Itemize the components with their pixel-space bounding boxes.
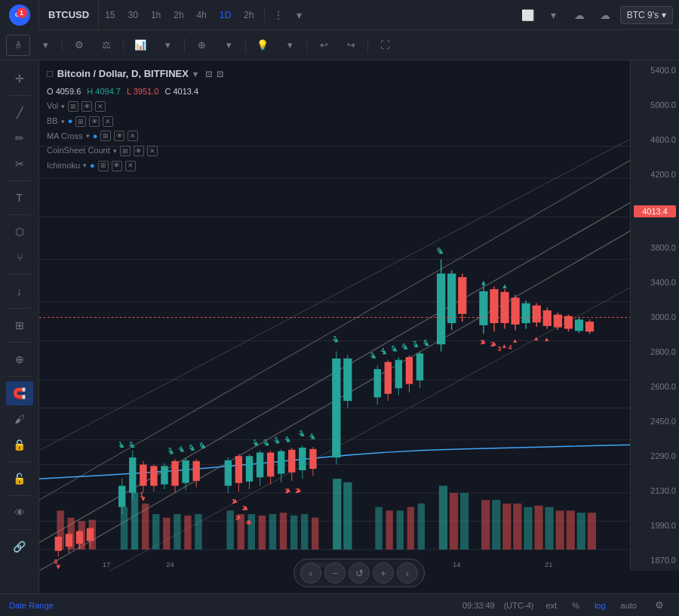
bb-dropdown-icon[interactable]: ▾	[61, 116, 65, 127]
node-tool[interactable]: ⬡	[6, 220, 33, 244]
macross-remove-icon[interactable]: ✕	[128, 131, 138, 141]
sep6	[367, 38, 368, 53]
fork-tool[interactable]: ⑂	[6, 245, 33, 270]
pencil-tool[interactable]: ✏	[6, 126, 33, 150]
save-cloud-icon[interactable]: ☁	[569, 5, 590, 26]
settings-tool[interactable]: ⚙	[67, 35, 91, 56]
price-3400: 3400.0	[634, 279, 676, 287]
ichimoku-remove-icon[interactable]: ✕	[125, 161, 136, 171]
nav-minus-button[interactable]: −	[324, 562, 346, 584]
scissors-tool[interactable]: ✂	[6, 152, 33, 176]
bb-toggle-icon[interactable]: ●	[68, 115, 73, 128]
macross-dropdown-icon[interactable]: ▾	[86, 131, 90, 141]
sep2	[123, 38, 124, 53]
timeframe-2h-b[interactable]: 2h	[238, 7, 260, 23]
date-range-label[interactable]: Date Range	[9, 601, 54, 610]
svg-rect-23	[131, 493, 138, 550]
cloud-icon[interactable]: ☁	[595, 5, 616, 26]
ext-button[interactable]: ext	[542, 599, 560, 611]
ichimoku-dropdown-icon[interactable]: ▾	[83, 160, 87, 171]
eye-tool[interactable]: 👁	[6, 500, 33, 525]
symbol-label[interactable]: BTCUSD	[39, 0, 99, 29]
chart-type-icon[interactable]: ⬜	[518, 5, 539, 26]
percent-button[interactable]: %	[569, 599, 582, 611]
timeframe-4h[interactable]: 4h	[191, 7, 214, 23]
zoom-tool[interactable]: ⊕	[6, 347, 33, 371]
timeframe-2h[interactable]: 2h	[167, 7, 190, 23]
ichimoku-toggle-icon[interactable]: ●	[90, 159, 95, 173]
crosshair-tool[interactable]: ⊕	[189, 35, 214, 56]
magnet-tool[interactable]: 🧲	[6, 381, 33, 405]
price-4200: 4200.0	[634, 171, 676, 179]
price-2600: 2600.0	[634, 383, 676, 391]
price-2800: 2800.0	[634, 348, 676, 356]
lightbulb-dropdown-icon[interactable]: ▾	[278, 35, 302, 56]
auto-button[interactable]: auto	[618, 599, 640, 611]
more-timeframes-icon[interactable]: ⋮	[268, 5, 289, 26]
vol-remove-icon[interactable]: ✕	[95, 101, 106, 112]
text-tool[interactable]: T	[6, 186, 33, 210]
log-button[interactable]: log	[591, 599, 609, 611]
bb-settings-icon[interactable]: ⊞	[75, 116, 86, 127]
chart-settings-icon[interactable]: ⊡	[205, 68, 212, 82]
layout-tool[interactable]: ⊞	[6, 313, 33, 337]
timeframe-1d[interactable]: 1D	[214, 7, 238, 23]
barchart-dropdown-icon[interactable]: ▾	[155, 35, 180, 56]
undo-tool[interactable]: ↩	[312, 35, 336, 56]
nav-reset-button[interactable]: ↺	[349, 562, 370, 584]
link-tool[interactable]: 🔗	[6, 534, 33, 559]
macross-settings-icon[interactable]: ⊞	[100, 131, 111, 141]
lock-closed-tool[interactable]: 🔒	[6, 433, 33, 457]
sidebar-sep-4	[8, 274, 31, 275]
barchart-tool[interactable]: 📊	[128, 35, 152, 56]
vol-eye-icon[interactable]: 👁	[81, 101, 92, 112]
brush-tool[interactable]: 🖌	[6, 407, 33, 431]
high-label: H 4094.7	[87, 85, 121, 99]
line-tool[interactable]: ╱	[6, 100, 33, 125]
lock-open-tool[interactable]: 🔓	[6, 467, 33, 491]
candle-dropdown-icon[interactable]: ▾	[33, 35, 57, 56]
sep5	[306, 38, 307, 53]
svg-rect-29	[195, 514, 201, 550]
arrow-down-tool[interactable]: ↓	[6, 279, 33, 303]
toolbar-separator-1	[264, 8, 265, 23]
crosshair-plus-tool[interactable]: ✛	[6, 66, 33, 91]
coinsheet-dropdown-icon[interactable]: ▾	[113, 146, 117, 156]
timeframe-30[interactable]: 30	[122, 7, 145, 23]
svg-rect-187	[511, 297, 519, 325]
chevron-down-icon[interactable]: ▾	[289, 5, 310, 26]
nav-plus-button[interactable]: +	[373, 562, 394, 584]
crosshair-dropdown-icon[interactable]: ▾	[217, 35, 241, 56]
bb-remove-icon[interactable]: ✕	[103, 116, 113, 127]
nav-forward-button[interactable]: ›	[397, 562, 418, 584]
coinsheet-remove-icon[interactable]: ✕	[147, 146, 158, 156]
nav-back-button[interactable]: ‹	[300, 562, 321, 584]
chart-copy-icon[interactable]: ⊡	[217, 68, 223, 82]
coinsheet-eye-icon[interactable]: 👁	[134, 146, 144, 156]
vol-settings-icon[interactable]: ⊞	[68, 101, 78, 112]
btc-button[interactable]: BTC 9's ▾	[620, 6, 673, 24]
ichimoku-eye-icon[interactable]: 👁	[112, 161, 122, 171]
settings-gear-icon[interactable]: ⚙	[649, 595, 670, 616]
svg-rect-54	[534, 506, 542, 550]
macross-eye-icon[interactable]: 👁	[114, 131, 124, 141]
macross-toggle-icon[interactable]: ●	[93, 130, 98, 143]
svg-rect-37	[301, 514, 308, 550]
chart-title-box-icon: □	[47, 66, 53, 82]
svg-rect-199	[575, 319, 583, 331]
svg-text:1: 1	[140, 491, 143, 498]
balance-tool[interactable]: ⚖	[94, 35, 118, 56]
chart-title-dropdown-icon[interactable]: ▾	[193, 68, 198, 82]
timeframe-15[interactable]: 15	[99, 7, 121, 23]
vol-dropdown-icon[interactable]: ▾	[61, 101, 65, 112]
ichimoku-settings-icon[interactable]: ⊞	[98, 161, 109, 171]
fullscreen-tool[interactable]: ⛶	[373, 35, 397, 56]
redo-tool[interactable]: ↪	[339, 35, 363, 56]
chart-type-dropdown-icon[interactable]: ▾	[543, 5, 564, 26]
timeframe-1h[interactable]: 1h	[145, 7, 167, 23]
lightbulb-tool[interactable]: 💡	[250, 35, 275, 56]
svg-text:▲: ▲	[533, 334, 539, 342]
candle-tool[interactable]: 🕯	[6, 35, 30, 56]
coinsheet-settings-icon[interactable]: ⊞	[120, 146, 131, 156]
bb-eye-icon[interactable]: 👁	[89, 116, 100, 127]
